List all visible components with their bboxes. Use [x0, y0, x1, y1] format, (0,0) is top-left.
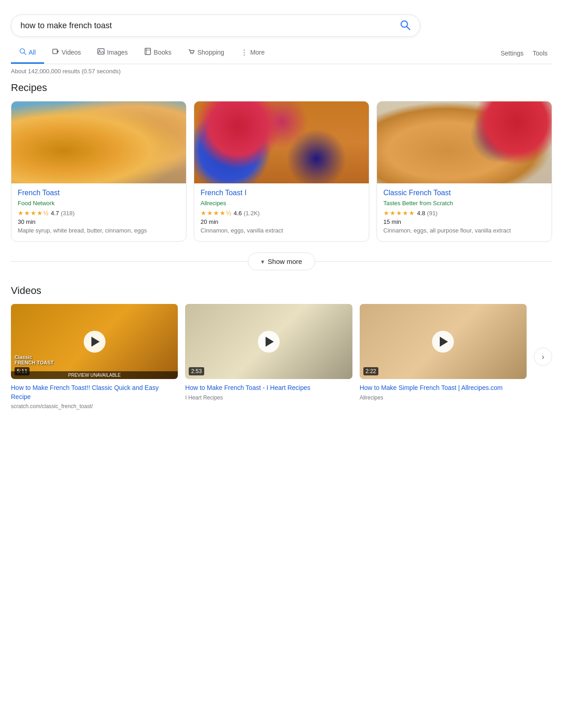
recipe-card-body-2: French Toast I Allrecipes ★★★★½ 4.6 (1.2… — [194, 183, 369, 241]
recipe-ingredients-2: Cinnamon, eggs, vanilla extract — [201, 227, 362, 234]
video-thumb-3: 2:22 — [360, 304, 527, 379]
show-more-button[interactable]: ▾ Show more — [248, 253, 316, 270]
rating-count-3: (91) — [427, 210, 437, 217]
recipe-cards: French Toast Food Network ★★★★½ 4.7 (318… — [11, 101, 552, 242]
recipe-title-3: Classic French Toast — [383, 189, 545, 197]
play-button-3[interactable] — [432, 331, 454, 353]
recipe-source-3: Tastes Better from Scratch — [383, 200, 545, 207]
play-icon-1 — [91, 337, 100, 347]
rating-count-2: (1.2K) — [244, 210, 260, 217]
recipe-image-3 — [377, 101, 552, 183]
svg-line-3 — [24, 53, 26, 55]
images-icon — [97, 48, 105, 57]
tools-link[interactable]: Tools — [528, 44, 552, 62]
tab-more[interactable]: ⋮ More — [232, 43, 273, 64]
recipe-rating-1: ★★★★½ 4.7 (318) — [18, 209, 180, 217]
video-cards: 5:11 ClassicFRENCH TOAST PREVIEW UNAVAIL… — [11, 304, 552, 410]
recipe-ingredients-1: Maple syrup, white bread, butter, cinnam… — [18, 227, 180, 234]
show-more-line-left — [11, 261, 248, 262]
all-icon — [19, 48, 26, 57]
svg-line-1 — [407, 27, 410, 30]
recipe-title-1: French Toast — [18, 189, 180, 197]
video-title-2: How to Make French Toast - I Heart Recip… — [185, 384, 352, 393]
video-title-1: How to Make French Toast!! Classic Quick… — [11, 384, 178, 401]
svg-rect-4 — [53, 49, 57, 54]
videos-title: Videos — [11, 285, 552, 297]
tab-shopping[interactable]: Shopping — [180, 42, 232, 64]
recipe-card-3[interactable]: Classic French Toast Tastes Better from … — [377, 101, 552, 242]
tab-all[interactable]: All — [11, 42, 44, 64]
video-duration-2: 2:53 — [189, 367, 204, 375]
video-card-3[interactable]: 2:22 How to Make Simple French Toast | A… — [360, 304, 527, 401]
chevron-right-icon: › — [542, 352, 544, 362]
video-duration-3: 2:22 — [363, 367, 378, 375]
play-icon-2 — [266, 337, 274, 347]
video-source-3: Allrecipes — [360, 394, 527, 401]
search-bar — [11, 15, 420, 37]
results-count: About 142,000,000 results (0.57 seconds) — [11, 68, 552, 75]
recipe-time-3: 15 min — [383, 218, 545, 225]
videos-icon — [52, 48, 60, 57]
rating-value-1: 4.7 — [51, 210, 59, 217]
video-card-2[interactable]: 2:53 How to Make French Toast - I Heart … — [185, 304, 352, 401]
recipe-image-1 — [11, 101, 186, 183]
tab-images[interactable]: Images — [89, 42, 136, 64]
video-thumb-1: 5:11 ClassicFRENCH TOAST PREVIEW UNAVAIL… — [11, 304, 178, 379]
nav-tabs: All Videos Images Books — [11, 42, 552, 64]
recipe-image-2 — [194, 101, 369, 183]
play-icon-3 — [440, 337, 448, 347]
rating-count-1: (318) — [61, 210, 75, 217]
recipe-card-1[interactable]: French Toast Food Network ★★★★½ 4.7 (318… — [11, 101, 186, 242]
video-source-1: scratch.com/classic_french_toast/ — [11, 403, 178, 410]
recipe-card-body-1: French Toast Food Network ★★★★½ 4.7 (318… — [11, 183, 186, 241]
video-card-1[interactable]: 5:11 ClassicFRENCH TOAST PREVIEW UNAVAIL… — [11, 304, 178, 410]
books-icon — [144, 48, 151, 57]
show-more-wrapper: ▾ Show more — [11, 253, 552, 270]
search-input[interactable] — [20, 21, 400, 30]
stars-3: ★★★★★ — [383, 209, 415, 217]
show-more-line-right — [315, 261, 552, 262]
more-icon: ⋮ — [241, 48, 248, 57]
recipe-rating-3: ★★★★★ 4.8 (91) — [383, 209, 545, 217]
recipes-title: Recipes — [11, 82, 552, 94]
recipes-section: Recipes French Toast Food Network ★★★★½ … — [11, 82, 552, 270]
settings-link[interactable]: Settings — [496, 44, 528, 62]
recipe-card-body-3: Classic French Toast Tastes Better from … — [377, 183, 552, 241]
svg-rect-6 — [98, 49, 104, 54]
recipe-source-2: Allrecipes — [201, 200, 362, 207]
svg-point-7 — [99, 50, 101, 51]
chevron-down-icon: ▾ — [261, 258, 264, 265]
recipe-card-2[interactable]: French Toast I Allrecipes ★★★★½ 4.6 (1.2… — [194, 101, 369, 242]
video-title-3: How to Make Simple French Toast | Allrec… — [360, 384, 527, 393]
tab-books[interactable]: Books — [136, 42, 180, 64]
recipe-time-2: 20 min — [201, 218, 362, 225]
recipe-source-1: Food Network — [18, 200, 180, 207]
video-overlay-text-1: ClassicFRENCH TOAST — [15, 354, 54, 365]
recipe-title-2: French Toast I — [201, 189, 362, 197]
svg-rect-8 — [145, 48, 151, 55]
play-button-2[interactable] — [258, 331, 280, 353]
stars-1: ★★★★½ — [18, 209, 49, 217]
play-button-1[interactable] — [84, 331, 106, 353]
svg-point-12 — [192, 53, 193, 54]
rating-value-3: 4.8 — [417, 210, 425, 217]
recipe-ingredients-3: Cinnamon, eggs, all purpose flour, vanil… — [383, 227, 545, 234]
next-videos-button[interactable]: › — [534, 348, 552, 366]
search-icon — [400, 20, 411, 30]
svg-point-11 — [191, 53, 191, 54]
unavailable-badge-1: PREVIEW UNAVAILABLE — [11, 371, 178, 379]
video-source-2: I Heart Recipes — [185, 394, 352, 401]
svg-marker-5 — [57, 50, 59, 53]
shopping-icon — [188, 48, 195, 57]
search-button[interactable] — [400, 20, 411, 32]
recipe-time-1: 30 min — [18, 218, 180, 225]
recipe-rating-2: ★★★★½ 4.6 (1.2K) — [201, 209, 362, 217]
videos-section: Videos 5:11 ClassicFRENCH TOAST PREVIEW … — [11, 285, 552, 410]
rating-value-2: 4.6 — [234, 210, 242, 217]
stars-2: ★★★★½ — [201, 209, 232, 217]
tab-videos[interactable]: Videos — [44, 42, 90, 64]
video-thumb-2: 2:53 — [185, 304, 352, 379]
